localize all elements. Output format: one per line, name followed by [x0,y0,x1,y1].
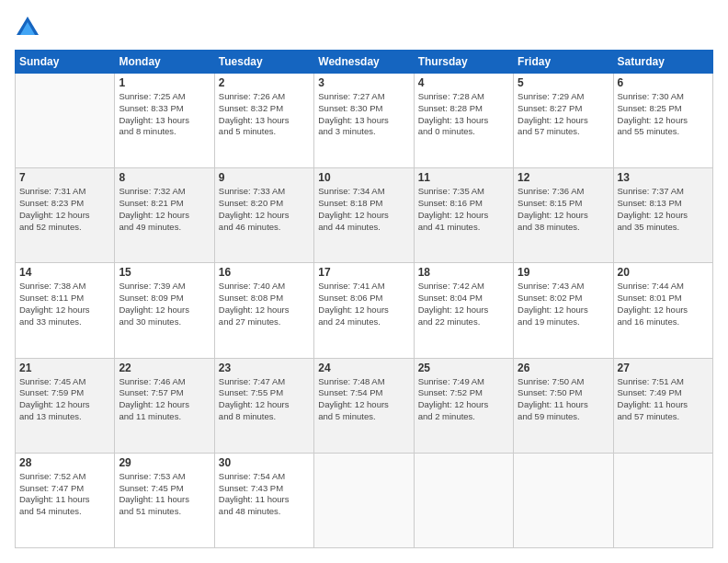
day-number: 17 [318,266,409,279]
calendar-cell: 10Sunrise: 7:34 AM Sunset: 8:18 PM Dayli… [314,168,414,263]
day-info: Sunrise: 7:52 AM Sunset: 7:47 PM Dayligh… [19,471,110,518]
calendar-cell: 28Sunrise: 7:52 AM Sunset: 7:47 PM Dayli… [16,453,115,547]
calendar-cell [414,453,513,547]
day-info: Sunrise: 7:46 AM Sunset: 7:57 PM Dayligh… [119,376,210,423]
calendar-cell: 29Sunrise: 7:53 AM Sunset: 7:45 PM Dayli… [115,453,214,547]
day-info: Sunrise: 7:44 AM Sunset: 8:01 PM Dayligh… [618,281,709,327]
calendar-cell [514,453,613,547]
day-info: Sunrise: 7:54 AM Sunset: 7:43 PM Dayligh… [219,471,310,518]
day-info: Sunrise: 7:43 AM Sunset: 8:02 PM Dayligh… [518,281,609,327]
day-info: Sunrise: 7:40 AM Sunset: 8:08 PM Dayligh… [219,281,310,327]
day-number: 21 [19,362,110,374]
day-info: Sunrise: 7:49 AM Sunset: 7:52 PM Dayligh… [418,376,509,423]
day-number: 19 [518,266,609,279]
day-number: 8 [119,171,210,184]
day-number: 22 [119,362,210,374]
calendar-cell: 20Sunrise: 7:44 AM Sunset: 8:01 PM Dayli… [613,263,712,358]
weekday-header-row: SundayMondayTuesdayWednesdayThursdayFrid… [16,51,713,74]
day-info: Sunrise: 7:37 AM Sunset: 8:13 PM Dayligh… [618,186,709,233]
day-number: 28 [19,456,110,469]
calendar-cell: 9Sunrise: 7:33 AM Sunset: 8:20 PM Daylig… [214,168,313,263]
day-info: Sunrise: 7:38 AM Sunset: 8:11 PM Dayligh… [19,281,110,327]
calendar-cell: 11Sunrise: 7:35 AM Sunset: 8:16 PM Dayli… [414,168,513,263]
day-info: Sunrise: 7:29 AM Sunset: 8:27 PM Dayligh… [518,91,609,138]
calendar-cell: 12Sunrise: 7:36 AM Sunset: 8:15 PM Dayli… [514,168,613,263]
calendar-week-row: 14Sunrise: 7:38 AM Sunset: 8:11 PM Dayli… [16,263,713,358]
day-info: Sunrise: 7:39 AM Sunset: 8:09 PM Dayligh… [119,281,210,327]
calendar-cell: 13Sunrise: 7:37 AM Sunset: 8:13 PM Dayli… [613,168,712,263]
calendar-cell: 4Sunrise: 7:28 AM Sunset: 8:28 PM Daylig… [414,74,513,168]
day-info: Sunrise: 7:50 AM Sunset: 7:50 PM Dayligh… [518,376,609,423]
weekday-header-monday: Monday [115,51,214,74]
day-number: 20 [618,266,709,279]
day-number: 4 [418,76,509,89]
day-number: 18 [418,266,509,279]
day-number: 12 [518,171,609,184]
day-number: 11 [418,171,509,184]
day-number: 24 [318,362,409,374]
calendar-cell: 18Sunrise: 7:42 AM Sunset: 8:04 PM Dayli… [414,263,513,358]
day-info: Sunrise: 7:42 AM Sunset: 8:04 PM Dayligh… [418,281,509,327]
logo [15,15,44,40]
day-info: Sunrise: 7:41 AM Sunset: 8:06 PM Dayligh… [318,281,409,327]
page: SundayMondayTuesdayWednesdayThursdayFrid… [0,0,728,563]
calendar-cell: 6Sunrise: 7:30 AM Sunset: 8:25 PM Daylig… [613,74,712,168]
calendar-cell: 3Sunrise: 7:27 AM Sunset: 8:30 PM Daylig… [314,74,414,168]
weekday-header-friday: Friday [514,51,613,74]
day-number: 3 [318,76,409,89]
calendar-cell: 7Sunrise: 7:31 AM Sunset: 8:23 PM Daylig… [16,168,115,263]
day-info: Sunrise: 7:47 AM Sunset: 7:55 PM Dayligh… [219,376,310,423]
calendar-cell: 2Sunrise: 7:26 AM Sunset: 8:32 PM Daylig… [214,74,313,168]
day-number: 1 [119,76,210,89]
day-info: Sunrise: 7:25 AM Sunset: 8:33 PM Dayligh… [119,91,210,138]
calendar-cell: 22Sunrise: 7:46 AM Sunset: 7:57 PM Dayli… [115,358,214,453]
day-info: Sunrise: 7:31 AM Sunset: 8:23 PM Dayligh… [19,186,110,233]
weekday-header-thursday: Thursday [414,51,513,74]
calendar-cell: 5Sunrise: 7:29 AM Sunset: 8:27 PM Daylig… [514,74,613,168]
calendar-table: SundayMondayTuesdayWednesdayThursdayFrid… [15,50,713,548]
day-number: 30 [219,456,310,469]
day-number: 25 [418,362,509,374]
calendar-cell: 23Sunrise: 7:47 AM Sunset: 7:55 PM Dayli… [214,358,313,453]
day-info: Sunrise: 7:32 AM Sunset: 8:21 PM Dayligh… [119,186,210,233]
calendar-cell: 15Sunrise: 7:39 AM Sunset: 8:09 PM Dayli… [115,263,214,358]
day-info: Sunrise: 7:30 AM Sunset: 8:25 PM Dayligh… [618,91,709,138]
day-number: 23 [219,362,310,374]
day-info: Sunrise: 7:33 AM Sunset: 8:20 PM Dayligh… [219,186,310,233]
day-info: Sunrise: 7:34 AM Sunset: 8:18 PM Dayligh… [318,186,409,233]
day-info: Sunrise: 7:27 AM Sunset: 8:30 PM Dayligh… [318,91,409,138]
calendar-cell [16,74,115,168]
calendar-cell: 25Sunrise: 7:49 AM Sunset: 7:52 PM Dayli… [414,358,513,453]
calendar-cell: 27Sunrise: 7:51 AM Sunset: 7:49 PM Dayli… [613,358,712,453]
calendar-cell: 19Sunrise: 7:43 AM Sunset: 8:02 PM Dayli… [514,263,613,358]
calendar-cell: 26Sunrise: 7:50 AM Sunset: 7:50 PM Dayli… [514,358,613,453]
day-info: Sunrise: 7:53 AM Sunset: 7:45 PM Dayligh… [119,471,210,518]
day-number: 26 [518,362,609,374]
day-number: 7 [19,171,110,184]
calendar-week-row: 28Sunrise: 7:52 AM Sunset: 7:47 PM Dayli… [16,453,713,547]
header [15,15,713,40]
day-number: 2 [219,76,310,89]
calendar-cell: 16Sunrise: 7:40 AM Sunset: 8:08 PM Dayli… [214,263,313,358]
day-number: 13 [618,171,709,184]
day-info: Sunrise: 7:26 AM Sunset: 8:32 PM Dayligh… [219,91,310,138]
logo-icon [15,15,40,40]
day-info: Sunrise: 7:36 AM Sunset: 8:15 PM Dayligh… [518,186,609,233]
calendar-cell: 30Sunrise: 7:54 AM Sunset: 7:43 PM Dayli… [214,453,313,547]
day-info: Sunrise: 7:28 AM Sunset: 8:28 PM Dayligh… [418,91,509,138]
calendar-cell: 14Sunrise: 7:38 AM Sunset: 8:11 PM Dayli… [16,263,115,358]
weekday-header-saturday: Saturday [613,51,712,74]
calendar-cell: 17Sunrise: 7:41 AM Sunset: 8:06 PM Dayli… [314,263,414,358]
calendar-week-row: 7Sunrise: 7:31 AM Sunset: 8:23 PM Daylig… [16,168,713,263]
calendar-cell [314,453,414,547]
calendar-cell: 8Sunrise: 7:32 AM Sunset: 8:21 PM Daylig… [115,168,214,263]
calendar-cell: 1Sunrise: 7:25 AM Sunset: 8:33 PM Daylig… [115,74,214,168]
weekday-header-wednesday: Wednesday [314,51,414,74]
day-info: Sunrise: 7:51 AM Sunset: 7:49 PM Dayligh… [618,376,709,423]
calendar-cell: 21Sunrise: 7:45 AM Sunset: 7:59 PM Dayli… [16,358,115,453]
day-info: Sunrise: 7:48 AM Sunset: 7:54 PM Dayligh… [318,376,409,423]
calendar-cell: 24Sunrise: 7:48 AM Sunset: 7:54 PM Dayli… [314,358,414,453]
day-number: 29 [119,456,210,469]
weekday-header-tuesday: Tuesday [214,51,313,74]
day-number: 27 [618,362,709,374]
